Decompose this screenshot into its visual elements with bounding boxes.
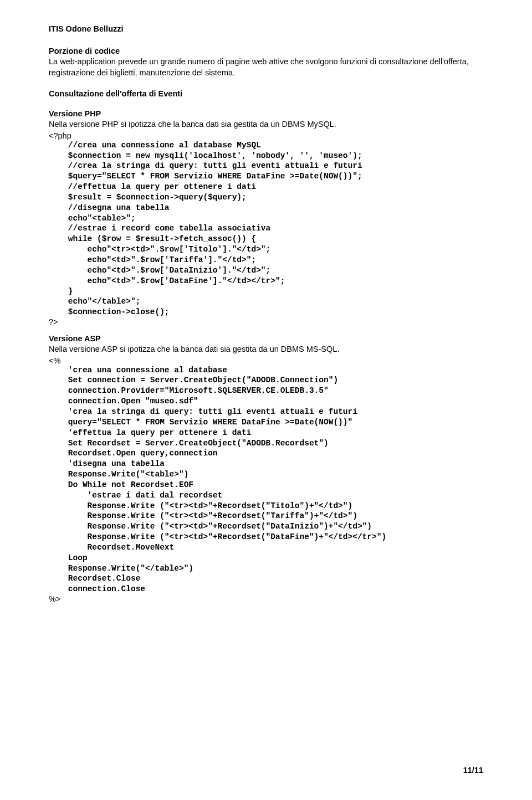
asp-open-tag: <% — [49, 356, 483, 365]
asp-version-title: Versione ASP — [49, 334, 483, 343]
php-version-title: Versione PHP — [49, 109, 483, 118]
header-title: ITIS Odone Belluzzi — [49, 24, 483, 33]
asp-close-tag: %> — [49, 594, 483, 603]
section2-title: Consultazione dell'offerta di Eventi — [49, 89, 483, 98]
php-version-desc: Nella versione PHP si ipotizza che la ba… — [49, 119, 483, 130]
php-code-block: <?php //crea una connessione al database… — [49, 131, 483, 326]
section1-paragraph: La web-application prevede un grande num… — [49, 57, 483, 78]
asp-code-block: <% 'crea una connessione al database Set… — [49, 356, 483, 604]
document-page: ITIS Odone Belluzzi Porzione di codice L… — [0, 0, 532, 800]
page-number: 11/11 — [463, 766, 483, 775]
asp-version-desc: Nella versione ASP si ipotizza che la ba… — [49, 344, 483, 355]
section1-title: Porzione di codice — [49, 47, 483, 55]
asp-code: 'crea una connessione al database Set co… — [49, 365, 483, 595]
php-open-tag: <?php — [49, 131, 483, 140]
php-close-tag: ?> — [49, 317, 483, 326]
php-code: //crea una connessione al database MySQL… — [49, 140, 483, 317]
